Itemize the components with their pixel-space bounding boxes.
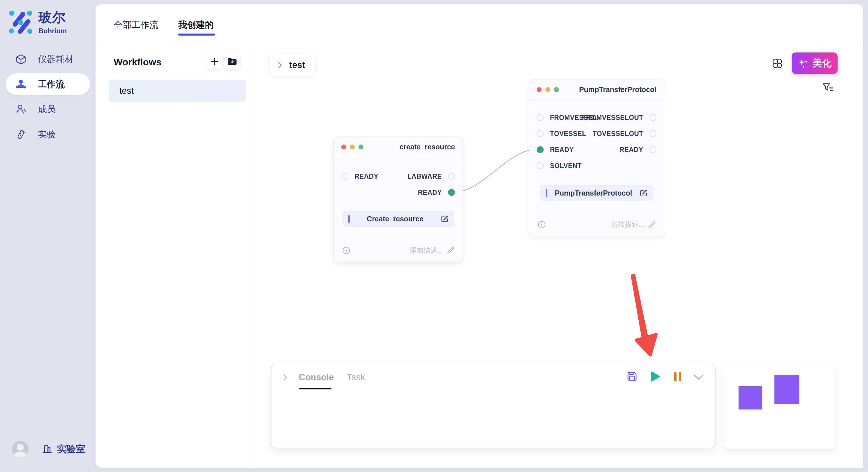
sidebar: 玻尔 Bohrium 仪器耗材 工作流	[0, 0, 96, 472]
info-icon[interactable]	[538, 221, 546, 229]
lab-switcher-label[interactable]: 实验室	[57, 443, 85, 456]
pencil-icon[interactable]	[447, 247, 454, 254]
beautify-label: 美化	[813, 57, 832, 70]
sidebar-item-label: 实验	[38, 129, 56, 140]
console-active-underline	[299, 388, 332, 390]
pencil-icon[interactable]	[648, 221, 656, 228]
port-handle[interactable]	[341, 173, 348, 180]
port-label: FROMVESSELOUT	[582, 114, 643, 122]
port-handle[interactable]	[537, 146, 544, 153]
sidebar-item-label: 工作流	[38, 78, 65, 90]
port-handle[interactable]	[650, 146, 656, 153]
traffic-dot-red	[537, 87, 541, 92]
traffic-dot-green	[554, 87, 559, 92]
port-in-tovessel: TOVESSEL	[537, 130, 592, 138]
main-card: 全部工作流 我创建的 Workflows test	[96, 4, 863, 468]
sparkles-icon	[798, 58, 809, 69]
save-icon[interactable]	[626, 370, 638, 382]
node-title: create_resource	[400, 143, 455, 151]
bohrium-logo-icon	[9, 9, 33, 34]
console-tab-task[interactable]: Task	[347, 372, 365, 382]
port-handle[interactable]	[650, 114, 656, 121]
node-action-pump-transfer[interactable]: PumpTransferProtocol	[540, 185, 653, 201]
layout-clover-icon[interactable]	[771, 57, 783, 69]
port-handle[interactable]	[537, 162, 544, 169]
port-label: READY	[550, 146, 574, 154]
add-workflow-button[interactable]	[206, 53, 222, 69]
node-footer: 添加描述...	[538, 220, 656, 229]
node-footer: 添加描述...	[342, 246, 454, 255]
port-out-ready: READY	[613, 146, 656, 154]
user-avatar[interactable]	[12, 441, 29, 458]
node-header: create_resource	[334, 137, 462, 157]
panel-title: Workflows	[114, 57, 161, 68]
chevron-right-icon	[277, 61, 283, 69]
minimap[interactable]	[724, 365, 836, 450]
minimap-node-pump-transfer	[774, 375, 799, 404]
collapse-chevron-icon[interactable]	[693, 374, 704, 381]
sidebar-item-instruments[interactable]: 仪器耗材	[0, 48, 96, 70]
workflow-list-panel: Workflows test	[96, 43, 252, 468]
workflow-icon	[16, 79, 26, 90]
sidebar-item-experiments[interactable]: 实验	[0, 124, 96, 145]
port-label: TOVESSEL	[550, 130, 586, 138]
port-out-tovesselout: TOVESSELOUT	[586, 130, 656, 138]
port-label: READY	[354, 173, 378, 180]
folder-download-icon	[227, 56, 238, 67]
port-out-labware: LABWARE	[401, 172, 455, 180]
breadcrumb-label: test	[289, 60, 305, 70]
sidebar-item-workflows[interactable]: 工作流	[5, 73, 90, 95]
console-panel: Console Task	[271, 364, 716, 448]
edit-icon[interactable]	[640, 189, 648, 197]
port-label: TOVESSELOUT	[593, 130, 643, 138]
minimap-node-create-resource	[739, 386, 763, 409]
port-handle[interactable]	[448, 173, 455, 180]
members-icon	[16, 104, 26, 115]
node-header: PumpTransferProtocol	[529, 79, 664, 100]
canvas-breadcrumb[interactable]: test	[270, 54, 315, 76]
port-handle[interactable]	[537, 114, 544, 121]
workflow-list-item-test[interactable]: test	[109, 80, 246, 102]
sidebar-item-label: 成员	[38, 103, 56, 115]
console-tab-console[interactable]: Console	[299, 372, 334, 382]
brand-logo: 玻尔 Bohrium	[9, 9, 67, 35]
workflow-canvas[interactable]: test 美化	[252, 43, 863, 468]
port-label: SOLVENT	[550, 162, 582, 170]
port-label: LABWARE	[407, 173, 442, 180]
tab-created-by-me[interactable]: 我创建的	[178, 19, 214, 31]
node-create-resource[interactable]: create_resource READY LABWARE READY Crea…	[334, 136, 463, 263]
tab-all-workflows[interactable]: 全部工作流	[114, 19, 158, 31]
port-out-ready: READY	[412, 189, 455, 196]
action-label: PumpTransferProtocol	[547, 189, 640, 197]
console-expand-icon[interactable]	[282, 373, 289, 381]
active-tab-underline	[178, 34, 215, 36]
node-pump-transfer-protocol[interactable]: PumpTransferProtocol FROMVESSEL TOVESSEL…	[529, 79, 664, 237]
node-action-create-resource[interactable]: Create_resource	[342, 211, 454, 227]
traffic-dot-green	[359, 144, 363, 149]
port-in-solvent: SOLVENT	[537, 162, 588, 170]
port-handle[interactable]	[537, 130, 544, 137]
run-icon[interactable]	[649, 370, 661, 382]
description-placeholder[interactable]: 添加描述...	[410, 246, 443, 255]
traffic-dot-red	[341, 144, 346, 149]
port-out-fromvesselout: FROMVESSELOUT	[576, 113, 656, 122]
filter-icon[interactable]	[822, 82, 834, 94]
import-folder-button[interactable]	[224, 53, 240, 69]
info-icon[interactable]	[342, 247, 350, 255]
app-screen: 玻尔 Bohrium 仪器耗材 工作流	[0, 0, 868, 472]
port-label: READY	[418, 189, 442, 196]
port-handle[interactable]	[650, 130, 656, 137]
traffic-dot-yellow	[350, 144, 355, 149]
beautify-button[interactable]: 美化	[792, 53, 838, 74]
port-handle[interactable]	[448, 189, 455, 196]
sidebar-item-members[interactable]: 成员	[0, 98, 96, 120]
experiment-icon	[16, 129, 26, 140]
workflow-tabbar: 全部工作流 我创建的	[96, 4, 863, 43]
plus-icon	[209, 56, 220, 67]
edit-icon[interactable]	[441, 215, 448, 223]
package-icon	[16, 54, 26, 65]
traffic-dot-yellow	[546, 87, 550, 92]
description-placeholder[interactable]: 添加描述...	[611, 220, 644, 229]
pause-icon[interactable]	[673, 372, 682, 382]
port-in-ready: READY	[341, 172, 384, 180]
